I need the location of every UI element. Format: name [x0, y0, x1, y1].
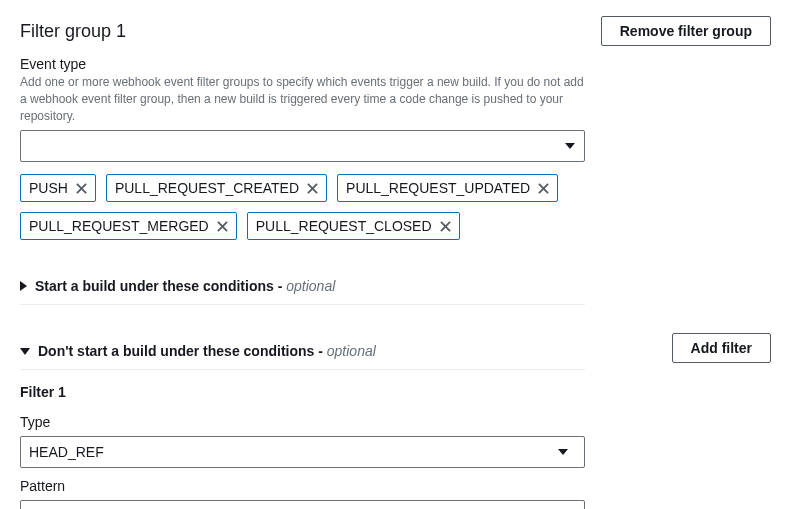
chevron-down-icon — [556, 131, 584, 161]
dont-start-conditions-label: Don't start a build under these conditio… — [38, 343, 314, 359]
type-field-label: Type — [20, 414, 771, 430]
filter-group-title: Filter group 1 — [20, 21, 126, 42]
event-tag: PUSH — [20, 174, 96, 202]
close-icon[interactable] — [76, 183, 87, 194]
pattern-field-label: Pattern — [20, 478, 771, 494]
event-type-tag-row: PUSH PULL_REQUEST_CREATED PULL_REQUEST_U… — [20, 174, 585, 240]
optional-label: optional — [286, 278, 335, 294]
svg-marker-0 — [565, 143, 575, 149]
caret-down-icon — [20, 348, 30, 355]
optional-label: optional — [327, 343, 376, 359]
pattern-input[interactable] — [20, 500, 585, 509]
event-tag-label: PULL_REQUEST_UPDATED — [346, 180, 530, 196]
dont-start-conditions-expander[interactable]: Don't start a build under these conditio… — [20, 333, 585, 370]
event-tag: PULL_REQUEST_CLOSED — [247, 212, 460, 240]
add-filter-button[interactable]: Add filter — [672, 333, 771, 363]
filter-type-select[interactable]: HEAD_REF — [20, 436, 585, 468]
filter-1-heading: Filter 1 — [20, 384, 771, 400]
caret-right-icon — [20, 281, 27, 291]
event-type-select[interactable] — [20, 130, 585, 162]
close-icon[interactable] — [440, 221, 451, 232]
event-type-help-text: Add one or more webhook event filter gro… — [20, 74, 585, 124]
event-tag-label: PUSH — [29, 180, 68, 196]
svg-marker-11 — [558, 449, 568, 455]
event-tag: PULL_REQUEST_CREATED — [106, 174, 327, 202]
event-tag-label: PULL_REQUEST_CLOSED — [256, 218, 432, 234]
close-icon[interactable] — [538, 183, 549, 194]
event-type-label: Event type — [20, 56, 585, 72]
start-conditions-label: Start a build under these conditions — [35, 278, 274, 294]
close-icon[interactable] — [217, 221, 228, 232]
event-tag-label: PULL_REQUEST_MERGED — [29, 218, 209, 234]
start-conditions-expander[interactable]: Start a build under these conditions - o… — [20, 268, 585, 305]
event-tag: PULL_REQUEST_UPDATED — [337, 174, 558, 202]
close-icon[interactable] — [307, 183, 318, 194]
chevron-down-icon — [550, 449, 576, 455]
filter-type-value: HEAD_REF — [29, 444, 104, 460]
event-tag-label: PULL_REQUEST_CREATED — [115, 180, 299, 196]
remove-filter-group-button[interactable]: Remove filter group — [601, 16, 771, 46]
event-tag: PULL_REQUEST_MERGED — [20, 212, 237, 240]
